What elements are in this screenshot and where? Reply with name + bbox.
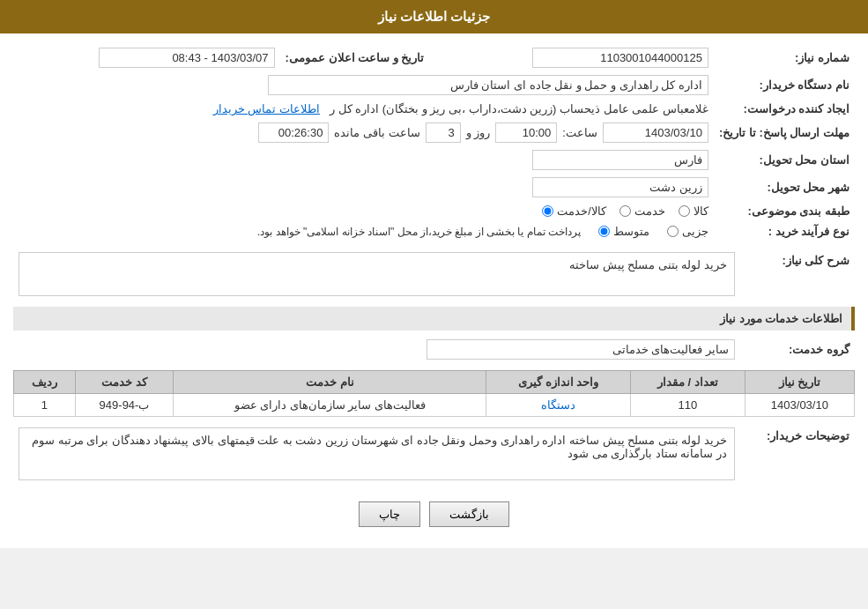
- ijad-konande-label: ایجاد کننده درخواست:: [714, 99, 855, 119]
- now-description-text: پرداخت تمام یا بخشی از مبلغ خرید،از محل …: [257, 226, 581, 238]
- cell-nam: فعالیت‌های سایر سازمان‌های دارای عضو: [174, 394, 486, 417]
- button-bar: بازگشت چاپ: [13, 491, 855, 538]
- content-area: شماره نیاز: 1103001044000125 تاریخ و ساع…: [0, 33, 868, 548]
- radio-jozii: جزیی: [667, 225, 708, 238]
- shomara-niaz-input: 1103001044000125: [532, 48, 708, 68]
- etelaat-link[interactable]: اطلاعات تماس خریدار: [213, 102, 320, 115]
- radio-kala-label: کالا: [694, 204, 708, 218]
- tabaqa-label: طبقه بندی موضوعی:: [714, 201, 855, 221]
- ijad-konande-text: غلامعباس علمی عامل ذیحساب (زرین دشت،دارا…: [330, 102, 708, 115]
- radio-motosat-label: متوسط: [613, 225, 649, 238]
- roz-label: روز و: [466, 126, 491, 139]
- page-title: جزئیات اطلاعات نیاز: [378, 9, 490, 24]
- shomara-niaz-label: شماره نیاز:: [714, 44, 855, 71]
- shahr-input: زرین دشت: [532, 177, 708, 197]
- radio-kala-khadamat-input[interactable]: [542, 205, 553, 217]
- cell-vahed: دستگاه: [486, 394, 631, 417]
- tawzih-box: خرید لوله بتنی مسلح پیش ساخته اداره راهد…: [19, 427, 735, 480]
- saat-mande-input: 00:26:30: [258, 123, 329, 143]
- taarikh-elaan-input: 1403/03/07 - 08:43: [99, 48, 275, 68]
- nam-dastgah-value: اداره کل راهداری و حمل و نقل جاده ای است…: [13, 71, 714, 99]
- info-khadamat-header: اطلاعات خدمات مورد نیاز: [13, 307, 855, 330]
- goroh-khadamat-input: سایر فعالیت‌های خدماتی: [427, 339, 735, 360]
- radio-khadamat-input[interactable]: [619, 205, 631, 217]
- sharh-niaz-cell: خرید لوله بتنی مسلح پیش ساخته: [13, 249, 740, 300]
- cell-radif: 1: [14, 394, 76, 417]
- mohlat-inner: 1403/03/10 ساعت: 10:00 روز و 3 ساعت باقی…: [19, 123, 708, 143]
- tabaqa-radios: کالا خدمت کالا/خدمت: [13, 201, 714, 221]
- tawzih-table: توضیحات خریدار: خرید لوله بتنی مسلح پیش …: [13, 424, 855, 484]
- col-tarikh: تاریخ نیاز: [745, 371, 854, 394]
- time-label: ساعت:: [562, 126, 597, 139]
- ostan-value: فارس: [13, 146, 714, 174]
- sharh-niaz-label: شرح کلی نیاز:: [740, 249, 855, 300]
- goroh-khadamat-label: گروه خدمت:: [740, 336, 855, 363]
- roz-input: 3: [426, 123, 461, 143]
- now-farayand-label: نوع فرآیند خرید :: [714, 221, 855, 241]
- now-farayand-row: جزیی متوسط پرداخت تمام یا بخشی از مبلغ خ…: [13, 221, 714, 241]
- mohlat-row: 1403/03/10 ساعت: 10:00 روز و 3 ساعت باقی…: [13, 119, 714, 146]
- taarikh-elaan-label: تاریخ و ساعت اعلان عمومی:: [280, 44, 430, 71]
- col-vahed: واحد اندازه گیری: [486, 371, 631, 394]
- radio-kala-input[interactable]: [679, 205, 690, 217]
- tawzih-label: توضیحات خریدار:: [740, 424, 855, 484]
- taarikh-elaan-value: 1403/03/07 - 08:43: [13, 44, 280, 71]
- radio-jozii-label: جزیی: [682, 225, 708, 238]
- radio-kala-khadamat: کالا/خدمت: [542, 204, 606, 218]
- radio-motosat-input[interactable]: [598, 226, 610, 237]
- goroh-khadamat-value: سایر فعالیت‌های خدماتی: [13, 336, 740, 363]
- radio-khadamat-label: خدمت: [634, 204, 665, 218]
- table-row: 1403/03/10 110 دستگاه فعالیت‌های سایر سا…: [14, 394, 855, 417]
- radio-kala: کالا: [679, 204, 708, 218]
- tabaqa-radio-group: کالا خدمت کالا/خدمت: [542, 204, 708, 218]
- nam-dastgah-input: اداره کل راهداری و حمل و نقل جاده ای است…: [268, 75, 708, 95]
- col-radif: ردیف: [14, 371, 76, 394]
- goroh-table: گروه خدمت: سایر فعالیت‌های خدماتی: [13, 336, 855, 363]
- radio-jozii-input[interactable]: [667, 226, 679, 237]
- cell-tarikh: 1403/03/10: [745, 394, 854, 417]
- ostan-input: فارس: [532, 150, 708, 170]
- cell-kod: ب-94-949: [75, 394, 174, 417]
- shahr-value: زرین دشت: [13, 174, 714, 201]
- tawzih-cell: خرید لوله بتنی مسلح پیش ساخته اداره راهد…: [13, 424, 740, 484]
- now-farayand-inner: جزیی متوسط پرداخت تمام یا بخشی از مبلغ خ…: [19, 225, 708, 238]
- col-tedaad: تعداد / مقدار: [630, 371, 745, 394]
- col-nam-khadamat: نام خدمت: [174, 371, 486, 394]
- cell-tedaad: 110: [630, 394, 745, 417]
- page-header: جزئیات اطلاعات نیاز: [0, 0, 868, 33]
- date-input: 1403/03/10: [603, 123, 708, 143]
- radio-kala-khadamat-label: کالا/خدمت: [557, 204, 606, 218]
- mohlat-label: مهلت ارسال پاسخ: تا تاریخ:: [714, 119, 855, 146]
- saat-mande-label: ساعت باقی مانده: [334, 126, 419, 139]
- ostan-label: استان محل تحویل:: [714, 146, 855, 174]
- shahr-label: شهر محل تحویل:: [714, 174, 855, 201]
- time-input: 10:00: [495, 123, 557, 143]
- chap-button[interactable]: چاپ: [359, 501, 420, 527]
- top-info-table: شماره نیاز: 1103001044000125 تاریخ و ساع…: [13, 44, 855, 241]
- col-kod-khadamat: کد خدمت: [75, 371, 174, 394]
- services-table: تاریخ نیاز تعداد / مقدار واحد اندازه گیر…: [13, 370, 855, 417]
- bazgasht-button[interactable]: بازگشت: [429, 501, 509, 527]
- sharh-niaz-box: خرید لوله بتنی مسلح پیش ساخته: [19, 252, 735, 296]
- shomara-niaz-value: 1103001044000125: [447, 44, 714, 71]
- sharh-table: شرح کلی نیاز: خرید لوله بتنی مسلح پیش سا…: [13, 249, 855, 300]
- radio-motosat: متوسط: [598, 225, 649, 238]
- ijad-konande-value: غلامعباس علمی عامل ذیحساب (زرین دشت،دارا…: [13, 99, 714, 119]
- nam-dastgah-label: نام دستگاه خریدار:: [714, 71, 855, 99]
- page-container: جزئیات اطلاعات نیاز شماره نیاز: 11030010…: [0, 0, 868, 548]
- radio-khadamat: خدمت: [619, 204, 665, 218]
